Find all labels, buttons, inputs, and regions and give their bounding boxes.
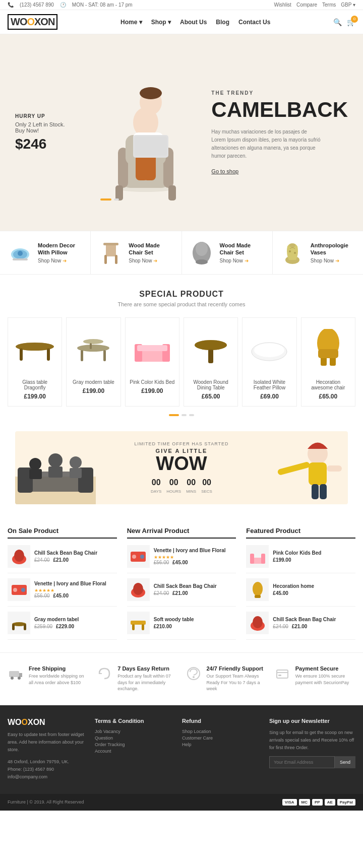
count-days-num: 00 (151, 478, 161, 487)
feat-support-desc: Our Support Team Always Ready For You to… (207, 673, 267, 692)
svg-rect-67 (320, 484, 327, 499)
product-price-5: £69.00 (247, 393, 292, 400)
svg-rect-64 (277, 461, 311, 476)
feat-payment-title: Payment Secure (295, 665, 355, 672)
new-arrival-row-3: Soft woody table £210.00 (127, 607, 236, 640)
payment-icon (274, 665, 290, 682)
nav-about[interactable]: About Us (180, 19, 207, 26)
count-secs: 00 SECS (201, 478, 212, 494)
nav-contact[interactable]: Contact Us (238, 19, 270, 26)
footer-logo: WOOXON (8, 718, 85, 727)
new-arrival-price-3: £210.00 (154, 624, 172, 629)
cart-icon[interactable]: 🛒 0 (347, 18, 355, 26)
footer-customer-care[interactable]: Customer Care (182, 736, 259, 741)
product-card-5: Isolated White Feather Pillow £69.00 (242, 317, 296, 407)
footer-shop-location[interactable]: Shop Location (182, 729, 259, 734)
svg-point-9 (140, 87, 162, 99)
wow-left-image (15, 431, 96, 504)
featured-thumb-3 (246, 612, 269, 634)
new-arrival-thumb-2 (127, 578, 150, 601)
shop-now-4[interactable]: Shop Now ➜ (311, 258, 357, 263)
count-mins-num: 00 (186, 478, 196, 487)
product-card-6: Hecoration awesome chair £65.00 (301, 317, 355, 407)
on-sale-info-3: Gray modern tabel £259.00 £229.00 (34, 617, 117, 629)
count-days-label: DAYS (151, 489, 161, 494)
footer-bottom: Furniture | © 2019. All Right Reserved V… (0, 794, 363, 811)
compare-link[interactable]: Compare (296, 2, 317, 8)
new-arrival-prices-3: £210.00 (154, 624, 236, 629)
on-sale-thumb-2 (8, 578, 30, 601)
on-sale-thumb-1 (8, 545, 30, 568)
cat-name-4: Anthropologie Vases (311, 242, 357, 256)
terms-link[interactable]: Terms (322, 2, 336, 8)
on-sale-thumb-3 (8, 612, 30, 634)
wishlist-link[interactable]: Wishlist (274, 2, 291, 8)
cat-item-4: Anthropologie Vases Shop Now ➜ (273, 231, 363, 274)
newsletter-email-input[interactable] (269, 756, 335, 768)
svg-point-60 (70, 456, 82, 469)
on-sale-info-2: Venette | Ivory and Blue Floral ★★★★★ £5… (34, 581, 117, 598)
search-icon[interactable]: 🔍 (333, 18, 342, 26)
mc-icon: MC (299, 799, 310, 806)
svg-point-69 (14, 550, 24, 562)
footer-order-tracking[interactable]: Order Tracking (95, 742, 172, 747)
featured-prices-2: £45.00 (273, 590, 355, 596)
shop-now-3[interactable]: Shop Now ➜ (220, 258, 266, 263)
new-arrival-stars-1: ★★★★★ (154, 555, 236, 560)
feat-shipping-desc: Free worldwide shipping on all Area orde… (29, 673, 89, 686)
product-name-5: Isolated White Feather Pillow (247, 379, 292, 390)
footer-main: WOOXON Easy to update text from footer w… (0, 705, 363, 794)
on-sale-old-2: £56.00 (34, 593, 50, 598)
featured-section: Featured Product Pink Color Kids Bed £19… (246, 527, 355, 640)
wow-limited-text: Limited Time Offer Has Started (103, 441, 260, 446)
hero-cta[interactable]: Go to shop (211, 168, 238, 174)
footer-help[interactable]: Help (182, 742, 259, 747)
footer-job[interactable]: Job Vacancy (95, 729, 172, 734)
svg-rect-65 (327, 465, 342, 472)
pp-icon: PP (312, 799, 323, 806)
svg-point-80 (133, 583, 143, 595)
nav-home[interactable]: Home ▾ (120, 19, 142, 26)
feature-return-content: 7 Days Easy Return Product any fault wit… (117, 665, 177, 692)
shop-now-1[interactable]: Shop Now ➜ (38, 258, 84, 263)
nav-blog[interactable]: Blog (216, 19, 229, 26)
newsletter-send-button[interactable]: Send (335, 756, 355, 768)
cat-img-3 (188, 239, 216, 266)
hero-subtitle: THE TRENDY (211, 90, 348, 96)
new-arrival-title: New Arrival Product (127, 527, 236, 539)
svg-rect-22 (103, 243, 118, 245)
on-sale-old-3: £259.00 (34, 624, 52, 629)
product-img-1 (12, 324, 57, 374)
cdot-2[interactable] (182, 414, 187, 416)
footer-account[interactable]: Account (95, 749, 172, 754)
payment-icons: VISA MC PP AE PayPal (282, 799, 355, 806)
hero-title: CAMELBACK (211, 98, 348, 121)
top-bar-left: 📞 (123) 4567 890 🕐 MON - SAT: 08 am - 17… (8, 2, 133, 8)
wow-title: WOW (103, 454, 260, 473)
svg-rect-97 (278, 675, 281, 676)
svg-point-45 (195, 340, 227, 350)
hours: MON - SAT: 08 am - 17 pm (72, 2, 133, 8)
categories-bar: Modern Decor With Pillow Shop Now ➜ Wood… (0, 231, 363, 275)
footer-newsletter-title: Sign up our Newsletter (269, 718, 355, 724)
count-mins: 00 MINS (186, 478, 196, 494)
hero-dots (100, 198, 119, 201)
on-sale-info-1: Chill Sack Bean Bag Chair £24.00 £21.00 (34, 550, 117, 563)
paypal-icon: PayPal (337, 799, 355, 806)
svg-rect-57 (29, 469, 42, 479)
product-price-2: £199.00 (71, 387, 116, 394)
visa-icon: VISA (282, 799, 297, 806)
svg-rect-74 (12, 624, 15, 630)
footer-col3-title: Refund (182, 718, 259, 724)
svg-rect-59 (48, 466, 63, 478)
feat-shipping-title: Free Shipping (29, 665, 89, 672)
shop-now-2[interactable]: Shop Now ➜ (129, 258, 175, 263)
footer-question[interactable]: Question (95, 736, 172, 741)
currency-selector[interactable]: GBP ▾ (341, 2, 355, 8)
cdot-3[interactable] (189, 414, 194, 416)
cdot-1[interactable] (169, 414, 179, 416)
nav-shop[interactable]: Shop ▾ (151, 19, 171, 26)
svg-point-93 (18, 677, 21, 680)
new-arrival-info-2: Chill Sack Bean Bag Chair £24.00 £21.00 (154, 583, 236, 596)
svg-point-95 (193, 676, 195, 678)
